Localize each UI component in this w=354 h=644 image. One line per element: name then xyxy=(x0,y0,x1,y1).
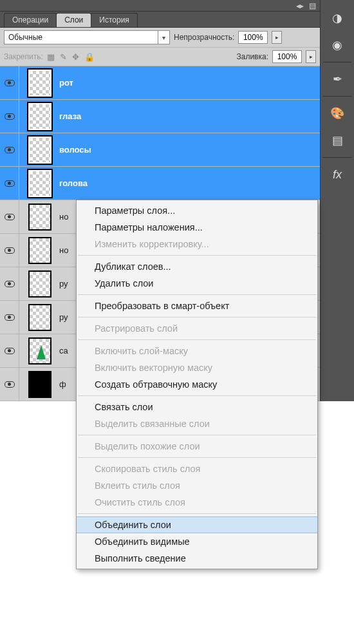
layer-row[interactable]: волосы xyxy=(0,133,320,167)
color-icon[interactable]: ◉ xyxy=(326,33,349,57)
lock-transparent-icon[interactable]: ▦ xyxy=(47,52,55,62)
opacity-label: Непрозрачность: xyxy=(174,33,234,42)
dock-sidebar: ◑ ◉ ✒ 🎨 ▤ fx xyxy=(320,0,354,401)
visibility-toggle[interactable] xyxy=(0,234,19,267)
eye-icon xyxy=(5,214,15,220)
menu-item: Вклеить стиль слоя xyxy=(77,477,317,494)
tab-operations[interactable]: Операции xyxy=(4,13,57,27)
styles-icon[interactable]: fx xyxy=(326,163,349,186)
separator xyxy=(78,435,316,435)
visibility-toggle[interactable] xyxy=(0,368,19,401)
separator xyxy=(78,513,316,514)
menu-item: Растрировать слой xyxy=(77,320,317,337)
menu-item[interactable]: Создать обтравочную маску xyxy=(77,376,317,393)
lock-all-icon[interactable]: 🔒 xyxy=(84,52,95,62)
eye-icon xyxy=(5,381,15,388)
layer-name[interactable]: голова xyxy=(59,178,88,188)
menu-item: Скопировать стиль слоя xyxy=(77,460,317,477)
panel-header: ◂▸ ▤ xyxy=(0,0,320,12)
visibility-toggle[interactable] xyxy=(0,301,19,334)
blend-mode-select[interactable]: Обычные ▾ xyxy=(4,30,170,44)
visibility-toggle[interactable] xyxy=(0,133,19,166)
menu-item[interactable]: Связать слои xyxy=(77,399,317,415)
visibility-toggle[interactable] xyxy=(0,267,19,300)
menu-item: Очистить стиль слоя xyxy=(77,494,317,511)
eye-icon xyxy=(5,348,15,354)
layer-thumbnail[interactable] xyxy=(28,337,51,365)
menu-item[interactable]: Параметры слоя... xyxy=(77,202,317,219)
menu-item[interactable]: Выполнить сведение xyxy=(77,550,317,567)
layer-name[interactable]: рот xyxy=(59,78,73,88)
layer-name[interactable]: глаза xyxy=(59,111,81,121)
lock-move-icon[interactable]: ✥ xyxy=(72,52,79,62)
tab-layers[interactable]: Слои xyxy=(56,13,91,27)
blend-mode-value: Обычные xyxy=(8,33,42,42)
fill-label: Заливка: xyxy=(236,52,268,61)
panel-tabs: Операции Слои История xyxy=(0,12,320,27)
path-icon[interactable]: ✒ xyxy=(326,68,349,91)
layer-thumbnail[interactable] xyxy=(28,371,51,398)
layer-thumbnail[interactable] xyxy=(28,137,51,164)
menu-item[interactable]: Объединить видимые xyxy=(77,533,317,550)
separator xyxy=(78,255,316,256)
menu-item[interactable]: Параметры наложения... xyxy=(77,219,317,236)
eye-icon xyxy=(5,247,15,254)
fill-slider-button[interactable]: ▸ xyxy=(306,50,316,63)
layer-name[interactable]: но xyxy=(59,212,68,222)
layer-thumbnail[interactable] xyxy=(28,70,51,97)
tab-history[interactable]: История xyxy=(91,13,138,27)
navigator-icon[interactable]: ◑ xyxy=(326,6,349,30)
menu-item[interactable]: Дубликат слоев... xyxy=(77,258,317,275)
layer-thumbnail[interactable] xyxy=(28,204,51,231)
menu-item: Изменить корректировку... xyxy=(77,236,317,252)
layer-row[interactable]: голова xyxy=(0,167,320,200)
opacity-input[interactable]: 100% xyxy=(238,31,268,44)
separator xyxy=(78,339,316,340)
visibility-toggle[interactable] xyxy=(0,66,19,99)
separator xyxy=(78,294,316,295)
lock-paint-icon[interactable]: ✎ xyxy=(60,52,67,62)
layer-name[interactable]: волосы xyxy=(59,145,91,155)
eye-icon xyxy=(5,147,15,153)
layer-row[interactable]: рот xyxy=(0,66,320,100)
eye-icon xyxy=(5,281,15,287)
layer-thumbnail[interactable] xyxy=(28,304,51,331)
menu-item[interactable]: Преобразовать в смарт-объект xyxy=(77,298,317,314)
layer-name[interactable]: ру xyxy=(59,279,68,289)
layer-thumbnail[interactable] xyxy=(28,170,51,197)
swatches-icon[interactable]: 🎨 xyxy=(326,102,349,125)
panel-menu-icon[interactable]: ▤ xyxy=(309,2,316,10)
layer-name[interactable]: са xyxy=(59,346,68,355)
layer-thumbnail[interactable] xyxy=(28,237,51,264)
visibility-toggle[interactable] xyxy=(0,167,19,200)
visibility-toggle[interactable] xyxy=(0,100,19,133)
collapse-arrows-icon[interactable]: ◂▸ xyxy=(296,2,304,10)
chevron-down-icon: ▾ xyxy=(158,31,169,44)
menu-item: Включить слой-маску xyxy=(77,343,317,359)
separator xyxy=(78,457,316,458)
menu-item: Выделить связанные слои xyxy=(77,415,317,432)
menu-item[interactable]: Объединить слои xyxy=(77,516,317,533)
menu-item: Включить векторную маску xyxy=(77,359,317,376)
separator xyxy=(78,395,316,396)
menu-item: Выделить похожие слои xyxy=(77,438,317,455)
layer-context-menu: Параметры слоя...Параметры наложения...И… xyxy=(76,200,318,569)
layer-name[interactable]: ф xyxy=(59,379,66,389)
layer-thumbnail[interactable] xyxy=(28,103,51,130)
menu-item[interactable]: Удалить слои xyxy=(77,275,317,292)
visibility-toggle[interactable] xyxy=(0,334,19,367)
eye-icon xyxy=(5,314,15,321)
opacity-slider-button[interactable]: ▸ xyxy=(272,31,282,44)
eye-icon xyxy=(5,113,15,120)
eye-icon xyxy=(5,80,15,86)
visibility-toggle[interactable] xyxy=(0,200,19,233)
lock-label: Закрепить: xyxy=(4,52,43,61)
layer-thumbnail[interactable] xyxy=(28,270,51,298)
layer-name[interactable]: но xyxy=(59,245,68,255)
layer-row[interactable]: глаза xyxy=(0,100,320,133)
histogram-icon[interactable]: ▤ xyxy=(326,129,349,152)
separator xyxy=(78,317,316,317)
eye-icon xyxy=(5,180,15,187)
layer-name[interactable]: ру xyxy=(59,312,68,322)
fill-input[interactable]: 100% xyxy=(272,50,302,63)
